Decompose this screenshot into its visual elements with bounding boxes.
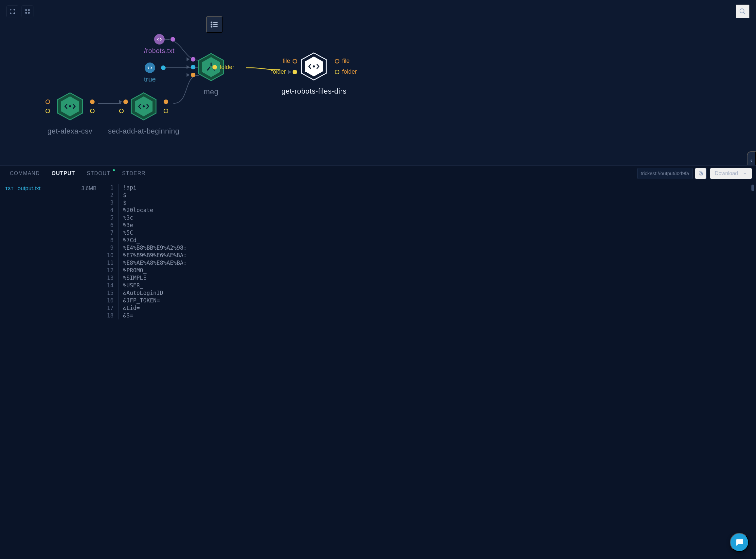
node-label: meg [204, 88, 218, 96]
line-number: 4 [102, 206, 118, 214]
code-text: %3c [118, 214, 133, 222]
node-get-robots-files-dirs[interactable]: file folder [282, 52, 347, 95]
node-true[interactable]: true [144, 63, 156, 83]
code-line: 11%E8%AE%A8%E8%AE%BA: [102, 259, 756, 267]
file-type-badge: TXT [5, 186, 14, 191]
code-text: %E8%AE%A8%E8%AE%BA: [118, 259, 186, 267]
download-label: Download [715, 171, 738, 176]
copy-path-button[interactable] [695, 168, 707, 179]
line-number: 10 [102, 252, 118, 259]
output-port[interactable] [90, 109, 94, 113]
code-text: &Lid= [118, 305, 140, 312]
workflow-canvas[interactable]: /robots.txt true [0, 0, 756, 165]
line-number: 8 [102, 237, 118, 244]
hexagon-icon [299, 52, 329, 81]
code-text: &S= [118, 312, 133, 319]
line-number: 15 [102, 289, 118, 297]
code-icon [154, 34, 164, 45]
code-line: 2$ [102, 192, 756, 199]
line-number: 17 [102, 305, 118, 312]
code-line: 17&Lid= [102, 305, 756, 312]
input-port[interactable] [191, 65, 195, 69]
node-meg[interactable]: folder meg [196, 52, 226, 96]
code-line: 13%SIMPLE_ [102, 274, 756, 282]
svg-point-9 [69, 106, 71, 107]
line-number: 13 [102, 274, 118, 282]
line-number: 9 [102, 244, 118, 252]
code-text: %PROMO_ [118, 267, 147, 274]
edges-layer [0, 0, 756, 165]
file-list: TXT output.txt 3.6MB [0, 181, 102, 559]
code-line: 12%PROMO_ [102, 267, 756, 274]
node-label: get-robots-files-dirs [282, 87, 347, 95]
input-arrow-icon [119, 100, 122, 104]
code-line: 5%3c [102, 214, 756, 222]
output-port[interactable] [335, 59, 339, 64]
input-port[interactable] [191, 57, 195, 62]
input-port[interactable] [191, 73, 195, 77]
input-port[interactable] [293, 70, 297, 74]
code-text: %5C [118, 229, 133, 237]
node-label: get-alexa-csv [47, 127, 92, 135]
output-port[interactable] [171, 37, 175, 42]
code-text: %7Cd_ [118, 237, 140, 244]
svg-point-17 [313, 66, 315, 67]
output-port[interactable] [161, 65, 165, 70]
code-viewer[interactable]: 1!api2$3$4%20locate5%3c6%3e7%5C8%7Cd_9%E… [102, 181, 756, 559]
line-number: 1 [102, 184, 118, 192]
scrollbar-thumb[interactable] [751, 185, 754, 191]
tab-output[interactable]: OUTPUT [45, 166, 81, 180]
line-number: 11 [102, 259, 118, 267]
line-number: 7 [102, 229, 118, 237]
line-number: 5 [102, 214, 118, 222]
output-port[interactable] [90, 99, 94, 104]
file-size: 3.6MB [82, 185, 96, 192]
input-port[interactable] [124, 99, 128, 104]
svg-point-12 [143, 106, 144, 107]
code-text: $ [118, 199, 126, 206]
tab-stdout[interactable]: STDOUT [81, 166, 116, 180]
activity-dot-icon [113, 169, 115, 171]
input-port[interactable] [293, 59, 297, 64]
node-sed-add-at-beginning[interactable]: sed-add-at-beginning [108, 92, 179, 135]
node-get-alexa-csv[interactable]: get-alexa-csv [47, 92, 92, 135]
output-port[interactable] [164, 109, 168, 113]
line-number: 18 [102, 312, 118, 319]
input-port[interactable] [45, 99, 50, 104]
input-port[interactable] [119, 109, 124, 113]
code-line: 9%E4%B8%BB%E9%A2%98: [102, 244, 756, 252]
input-port[interactable] [45, 109, 50, 113]
chat-button[interactable] [730, 533, 749, 552]
output-port[interactable] [164, 99, 168, 104]
code-text: %E4%B8%BB%E9%A2%98: [118, 244, 186, 252]
port-label: file [281, 58, 291, 65]
hexagon-icon [129, 92, 158, 121]
line-number: 3 [102, 199, 118, 206]
code-text: %E7%89%B9%E6%AE%8A: [118, 252, 186, 259]
code-text: %20locate [118, 206, 153, 214]
code-line: 6%3e [102, 222, 756, 229]
line-number: 12 [102, 267, 118, 274]
download-button[interactable]: Download [710, 168, 752, 179]
tab-label: STDOUT [87, 171, 110, 176]
output-path-field[interactable]: trickest://output/42f9fa [637, 168, 693, 179]
tab-stderr[interactable]: STDERR [116, 166, 152, 180]
port-label: file [341, 58, 351, 65]
code-icon [144, 63, 155, 73]
svg-rect-18 [700, 173, 702, 175]
file-row[interactable]: TXT output.txt 3.6MB [0, 181, 102, 196]
code-text: &AutoLoginID [118, 289, 163, 297]
code-text: %SIMPLE_ [118, 274, 150, 282]
input-arrow-icon [186, 65, 190, 69]
code-line: 7%5C [102, 229, 756, 237]
node-label: /robots.txt [144, 47, 174, 55]
node-robots-txt[interactable]: /robots.txt [144, 34, 174, 55]
tab-command[interactable]: COMMAND [4, 166, 45, 180]
port-label: folder [218, 64, 236, 71]
node-label: true [144, 75, 156, 83]
line-number: 6 [102, 222, 118, 229]
code-line: 4%20locate [102, 206, 756, 214]
output-port[interactable] [213, 65, 217, 69]
code-text: &JFP_TOKEN= [118, 297, 160, 305]
output-port[interactable] [335, 70, 339, 74]
